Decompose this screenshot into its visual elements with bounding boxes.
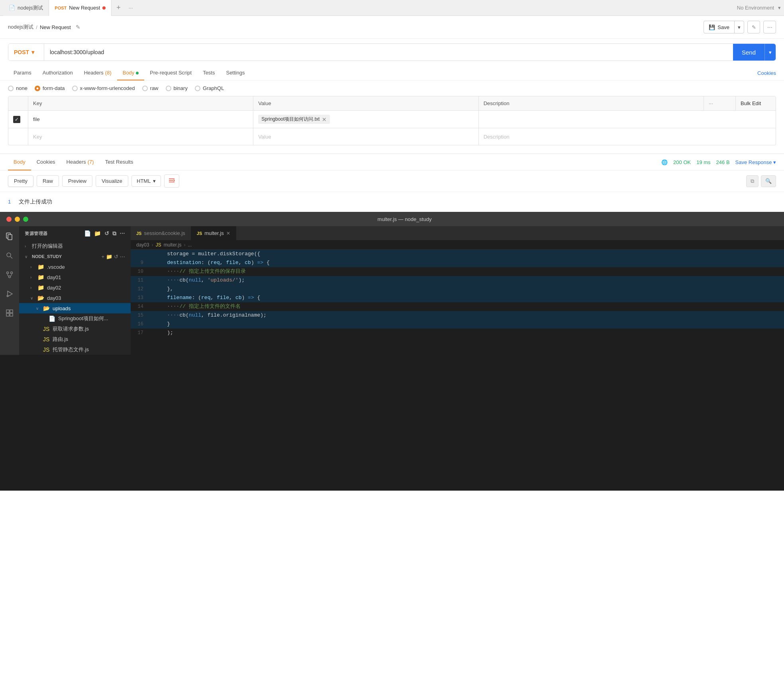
remove-file-icon[interactable]: ✕ (322, 116, 327, 123)
resp-tab-cookies[interactable]: Cookies (31, 154, 61, 170)
new-folder-icon[interactable]: 📁 (106, 254, 112, 260)
editor-tab-session[interactable]: JS session&cookie.js (131, 226, 191, 240)
sidebar-item-vscode[interactable]: › 📁 .vscode (19, 262, 131, 272)
format-pretty-button[interactable]: Pretty (8, 175, 33, 187)
js-badge: JS (197, 231, 202, 236)
url-input[interactable] (44, 44, 733, 61)
code-editor[interactable]: storage = multer.diskStorage({ 9 destina… (131, 250, 784, 355)
url-bar: POST ▾ Send ▾ (8, 43, 776, 61)
row-value[interactable]: Springboot项目如何访问.txt ✕ (253, 111, 478, 128)
tab-settings[interactable]: Settings (220, 66, 250, 80)
search-button[interactable]: 🔍 (761, 175, 776, 187)
traffic-light-red[interactable] (6, 217, 12, 222)
resp-tab-testresults[interactable]: Test Results (100, 154, 139, 170)
sidebar-item-springboot-file[interactable]: › 📄 Springboot项目如何... (19, 313, 131, 324)
folder-icon: 📁 (37, 264, 45, 270)
bodytype-none[interactable]: none (8, 85, 27, 91)
tab-nodejs[interactable]: 📄 nodejs测试 (3, 0, 49, 16)
col-options[interactable]: ··· (704, 96, 736, 110)
chevron-down-icon: ▾ (778, 5, 781, 11)
save-response-button[interactable]: Save Response ▾ (735, 159, 776, 165)
traffic-light-yellow[interactable] (15, 217, 20, 222)
breadcrumb-parent[interactable]: nodejs测试 (8, 23, 33, 31)
new-file-icon[interactable]: 📄 (84, 230, 91, 237)
word-wrap-button[interactable] (164, 174, 179, 188)
tab-prescript[interactable]: Pre-request Script (144, 66, 197, 80)
row-key-placeholder[interactable]: Key (28, 128, 253, 145)
sidebar-item-router[interactable]: › JS 路由.js (19, 334, 131, 344)
js-badge: JS (136, 231, 141, 236)
bulk-edit-button[interactable]: Bulk Edit (736, 96, 776, 110)
bodytype-raw[interactable]: raw (142, 85, 159, 91)
refresh-icon2[interactable]: ↺ (114, 254, 118, 260)
tab-newrequest[interactable]: POST New Request (49, 0, 112, 16)
sidebar-item-getparams[interactable]: › JS 获取请求参数.js (19, 324, 131, 334)
row-checkbox-empty[interactable] (8, 128, 28, 145)
sidebar-item-open-editors[interactable]: › 打开的编辑器 (19, 241, 131, 251)
search-icon[interactable] (2, 248, 17, 263)
extensions-icon[interactable] (2, 306, 17, 320)
close-tab-icon[interactable]: ✕ (226, 231, 230, 236)
vscode-section: multer.js — node_study (0, 212, 784, 491)
bodytype-graphql[interactable]: GraphQL (195, 85, 224, 91)
sidebar-item-uploads[interactable]: ∨ 📂 uploads (19, 303, 131, 313)
copy-button[interactable]: ⧉ (746, 175, 759, 187)
tab-headers[interactable]: Headers(8) (78, 66, 117, 80)
response-meta: 🌐 200 OK 19 ms 246 B Save Response ▾ (661, 159, 776, 165)
new-folder-icon[interactable]: 📁 (94, 230, 101, 237)
bodytype-binary[interactable]: binary (166, 85, 188, 91)
sidebar-more-icon[interactable]: ··· (120, 230, 125, 237)
sidebar-item-day02[interactable]: › 📁 day02 (19, 282, 131, 293)
resp-tab-headers[interactable]: Headers(7) (61, 154, 100, 170)
content-type-selector[interactable]: HTML ▾ (131, 175, 161, 187)
tab-authorization[interactable]: Authorization (37, 66, 78, 80)
sidebar-item-static[interactable]: › JS 托管静态文件.js (19, 344, 131, 355)
bc-js-icon: JS (156, 242, 161, 248)
format-raw-button[interactable]: Raw (37, 175, 59, 187)
resp-tab-body[interactable]: Body (8, 154, 31, 170)
row-value-placeholder[interactable]: Value (253, 128, 478, 145)
format-preview-button[interactable]: Preview (62, 175, 92, 187)
sidebar-actions: 📄 📁 ↺ ⧉ ··· (84, 230, 125, 237)
response-tabs: Body Cookies Headers(7) Test Results 🌐 2… (0, 154, 784, 170)
method-selector[interactable]: POST ▾ (8, 44, 44, 61)
collapse-all-icon[interactable]: ⧉ (112, 230, 117, 237)
tab-params[interactable]: Params (8, 66, 37, 80)
explorer-icon[interactable] (2, 229, 17, 244)
env-selector[interactable]: No Environment ▾ (737, 5, 781, 11)
tab-add-button[interactable]: + (112, 4, 125, 12)
save-button-main[interactable]: 💾 Save (704, 21, 735, 33)
bodytype-urlencoded[interactable]: x-www-form-urlencoded (72, 85, 135, 91)
new-file-icon[interactable]: + (101, 254, 104, 260)
send-button[interactable]: Send ▾ (733, 44, 776, 61)
tab-tests[interactable]: Tests (197, 66, 220, 80)
cookies-link[interactable]: Cookies (757, 70, 776, 76)
edit-icon-button[interactable]: ✎ (747, 21, 760, 33)
row-description[interactable] (479, 111, 704, 128)
window-title: multer.js — node_study (378, 216, 432, 222)
sidebar-item-day01[interactable]: › 📁 day01 (19, 272, 131, 282)
bodytype-formdata[interactable]: form-data (35, 85, 65, 91)
row-key[interactable]: file (28, 111, 253, 128)
edit-name-icon[interactable]: ✎ (76, 24, 80, 30)
send-dropdown-arrow[interactable]: ▾ (765, 44, 776, 61)
tab-more-button[interactable]: ··· (125, 5, 136, 11)
tab-body[interactable]: Body (117, 66, 145, 80)
save-dropdown-arrow[interactable]: ▾ (735, 21, 744, 33)
content-type-label: HTML (137, 178, 151, 184)
row-checkbox[interactable]: ✓ (8, 111, 28, 128)
editor-tab-multer[interactable]: JS multer.js ✕ (191, 226, 236, 240)
refresh-icon[interactable]: ↺ (104, 230, 110, 237)
run-icon[interactable] (2, 287, 17, 301)
more-icon[interactable]: ⋯ (120, 254, 125, 260)
more-options-button[interactable]: ⋯ (763, 21, 776, 33)
save-button[interactable]: 💾 Save ▾ (704, 21, 744, 33)
row-description-placeholder[interactable]: Description (479, 128, 704, 145)
git-icon[interactable] (2, 268, 17, 282)
sidebar-item-node-study[interactable]: ∨ NODE_STUDY + 📁 ↺ ⋯ (19, 251, 131, 262)
traffic-light-green[interactable] (23, 217, 28, 222)
format-visualize-button[interactable]: Visualize (96, 175, 128, 187)
day03-label: day03 (47, 295, 61, 301)
send-button-main[interactable]: Send (733, 44, 765, 61)
sidebar-item-day03[interactable]: ∨ 📂 day03 (19, 293, 131, 303)
